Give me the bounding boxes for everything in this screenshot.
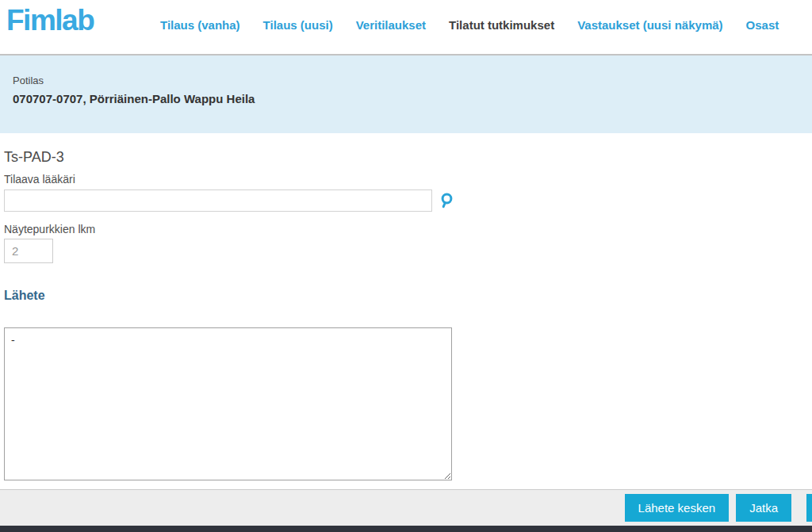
doctor-input[interactable] (4, 189, 432, 212)
section-title: Ts-PAD-3 (4, 149, 812, 166)
referral-pending-button[interactable]: Lähete kesken (625, 494, 730, 522)
fimlab-logo[interactable]: Fimlab (6, 2, 94, 39)
patient-identity: 070707-0707, Pörriäinen-Pallo Wappu Heil… (13, 92, 799, 105)
continue-button[interactable]: Jatka (736, 494, 791, 522)
containers-count-input[interactable] (4, 239, 53, 263)
main-nav: Tilaus (vanha) Tilaus (uusi) Veritilauks… (160, 18, 779, 32)
nav-tilaus-vanha[interactable]: Tilaus (vanha) (160, 18, 240, 32)
doctor-field-label: Tilaava lääkäri (4, 173, 812, 186)
referral-heading: Lähete (4, 289, 812, 303)
nav-tilatut-tutkimukset[interactable]: Tilatut tutkimukset (449, 18, 554, 32)
order-form: Ts-PAD-3 Tilaava lääkäri Näytepurkkien l… (0, 133, 812, 489)
doctor-search-button[interactable] (439, 192, 456, 209)
app-header: Fimlab Tilaus (vanha) Tilaus (uusi) Veri… (0, 0, 812, 55)
search-icon (439, 192, 456, 209)
referral-textarea[interactable]: - (4, 327, 452, 480)
containers-field-label: Näytepurkkien lkm (4, 223, 812, 235)
nav-tilaus-uusi[interactable]: Tilaus (uusi) (263, 18, 333, 32)
footer-action-bar: Lähete kesken Jatka (0, 489, 812, 526)
nav-vastaukset[interactable]: Vastaukset (uusi näkymä) (577, 18, 722, 32)
patient-label: Potilas (13, 75, 799, 86)
nav-osastot-clipped[interactable]: Osast (746, 18, 779, 32)
doctor-field-row (4, 189, 812, 212)
bottom-dark-strip (0, 526, 812, 532)
nav-veritilaukset[interactable]: Veritilaukset (356, 18, 426, 32)
clipped-edge-button[interactable] (806, 494, 812, 522)
patient-info-bar: Potilas 070707-0707, Pörriäinen-Pallo Wa… (0, 55, 812, 133)
